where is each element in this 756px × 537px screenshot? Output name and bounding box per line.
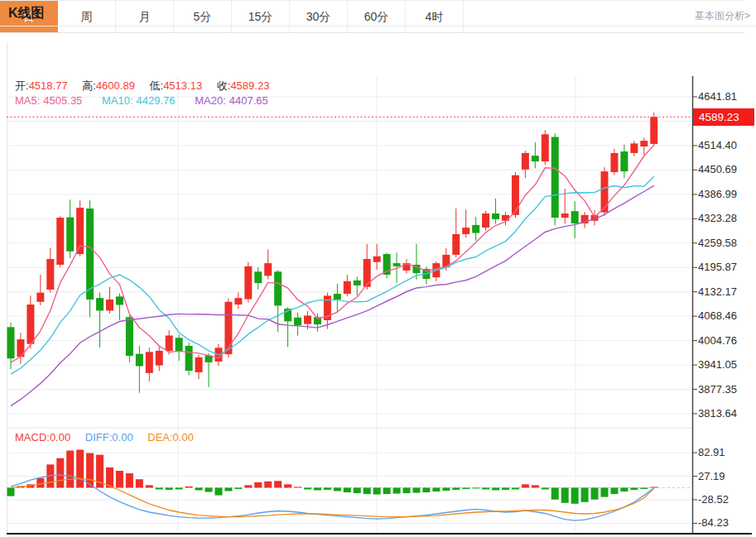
price-axis-tick: 4068.46 — [698, 309, 737, 322]
price-axis-tick: 4641.81 — [698, 90, 737, 103]
diff-value: 0.00 — [112, 431, 132, 444]
ma-row: MA5:4505.35 MA10:4429.76 MA20:4407.65 — [15, 94, 285, 107]
price-axis-tick: 4514.40 — [698, 139, 737, 151]
close-label: 收: — [217, 79, 231, 92]
macd-axis-tick: -28.52 — [698, 493, 729, 506]
ma5-label: MA5: — [15, 94, 40, 107]
price-axis-tick: 3813.64 — [698, 407, 737, 420]
price-axis-tick: 4450.69 — [698, 163, 737, 175]
low-value: 4513.13 — [163, 79, 202, 92]
ma5-value: 4505.35 — [43, 94, 82, 107]
dea-label: DEA: — [147, 431, 172, 444]
page-title: K线图 — [8, 5, 45, 22]
header-divider — [0, 26, 756, 26]
price-axis-tick: 4323.28 — [698, 212, 737, 224]
macd-value: 0.00 — [50, 431, 70, 444]
ma10-label: MA10: — [102, 94, 133, 107]
macd-row: MACD:0.00 DIFF:0.00 DEA:0.00 — [15, 431, 205, 444]
price-axis-tick: 4259.58 — [698, 237, 737, 249]
high-label: 高: — [82, 79, 96, 92]
macd-axis-tick: 82.91 — [698, 446, 725, 458]
high-value: 4600.89 — [96, 79, 135, 92]
diff-label: DIFF: — [85, 431, 113, 444]
ma20-label: MA20: — [195, 94, 226, 107]
price-axis-tick: 4004.76 — [698, 334, 737, 347]
close-value: 4589.23 — [230, 79, 269, 92]
price-axis-tick: 4195.87 — [698, 261, 737, 273]
candles-layer — [7, 113, 658, 393]
macd-layer — [7, 450, 692, 521]
open-label: 开: — [15, 79, 29, 92]
fundamental-analysis-link[interactable]: 基本面分析> — [695, 9, 750, 23]
macd-axis-tick: -84.23 — [698, 516, 729, 529]
low-label: 低: — [150, 79, 164, 92]
macd-label: MACD: — [15, 431, 50, 444]
price-axis-tick: 3877.35 — [698, 383, 737, 396]
price-axis-tick: 4386.99 — [698, 188, 737, 200]
dea-value: 0.00 — [173, 431, 194, 444]
ma10-value: 4429.76 — [137, 94, 176, 107]
price-axis-tick: 4132.17 — [698, 285, 737, 298]
current-price-tag: 4589.23 — [693, 108, 754, 126]
price-axis-tick: 3941.05 — [698, 358, 737, 371]
macd-axis-tick: 27.19 — [698, 470, 725, 482]
open-value: 4518.77 — [29, 79, 68, 92]
ohlc-row: 开:4518.77 高:4600.89 低:4513.13 收:4589.23 — [15, 79, 281, 93]
ma20-value: 4407.65 — [229, 94, 268, 107]
kline-widget: K线图 基本面分析> 日 周 月 5分 15分 30分 60分 4时 开:451… — [0, 0, 756, 537]
